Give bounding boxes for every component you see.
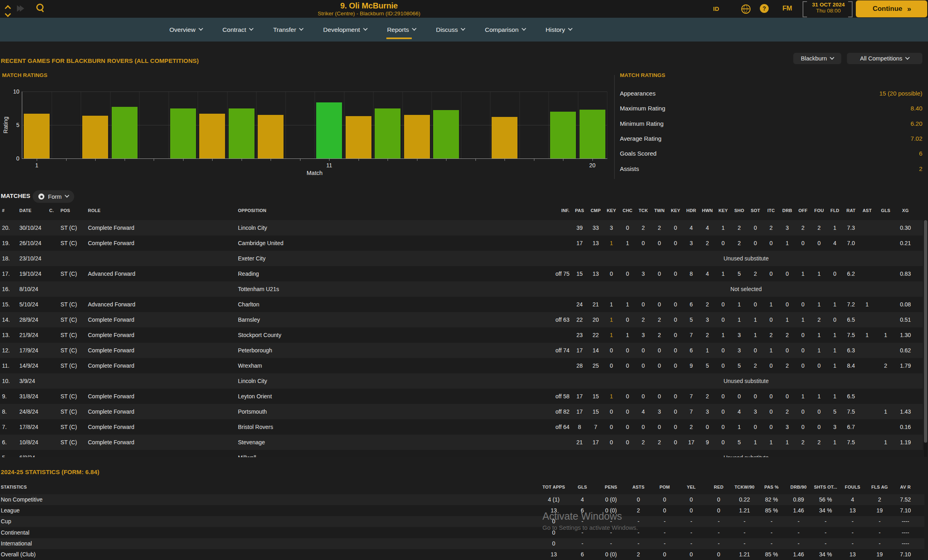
- season-column-header-fouls[interactable]: FOULS: [845, 485, 860, 489]
- season-column-header-drb90[interactable]: DRB/90: [790, 485, 807, 489]
- season-cell: 85 %: [765, 549, 778, 560]
- match-cell: Tottenham U21s: [238, 281, 279, 297]
- match-cell: 1: [817, 297, 821, 312]
- match-cell: 9: [690, 358, 693, 373]
- match-row-15[interactable]: 15.5/10/24ST (C)Advanced ForwardCharlton…: [0, 297, 923, 312]
- season-column-header-tckw90[interactable]: TCKW/90: [734, 485, 755, 489]
- help-icon[interactable]: ?: [760, 4, 769, 13]
- season-cell: 0: [663, 494, 666, 505]
- match-row-19[interactable]: 19.26/10/24ST (C)Complete ForwardCambrid…: [0, 235, 923, 251]
- column-header-drb-13[interactable]: DRB: [782, 208, 792, 213]
- season-column-header-pom[interactable]: POM: [659, 485, 670, 489]
- match-row-18[interactable]: 18.23/10/24Exeter CityUnused substitute: [0, 251, 923, 266]
- match-row-14[interactable]: 14.28/9/24ST (C)Complete ForwardBarnsley…: [0, 312, 923, 327]
- season-column-header-pas[interactable]: PAS %: [764, 485, 779, 489]
- column-header-c[interactable]: C.: [49, 208, 54, 213]
- column-header-hdr-7[interactable]: HDR: [686, 208, 696, 213]
- column-header-hwn-8[interactable]: HWN: [702, 208, 713, 213]
- column-header-sot-11[interactable]: SOT: [751, 208, 760, 213]
- column-header-inf[interactable]: INF.: [561, 208, 569, 213]
- season-column-header-yel[interactable]: YEL: [687, 485, 696, 489]
- match-cell: 1: [786, 235, 789, 251]
- match-cell: Reading: [238, 266, 259, 281]
- match-row-5[interactable]: 5.6/8/24MillwallUnused substitute: [0, 450, 923, 457]
- match-row-16[interactable]: 16.8/10/24Tottenham U21sNot selected: [0, 281, 923, 297]
- column-header-twn-5[interactable]: TWN: [654, 208, 665, 213]
- season-column-header-avr[interactable]: AV R: [900, 485, 911, 489]
- season-cell: 56 %: [819, 494, 832, 505]
- match-cell: 3: [738, 343, 741, 358]
- match-cell: 0: [674, 327, 677, 343]
- season-column-header-pens[interactable]: PENS: [605, 485, 617, 489]
- column-header-ast-18[interactable]: AST: [863, 208, 872, 213]
- column-header-pos[interactable]: POS: [60, 208, 70, 213]
- match-row-13[interactable]: 13.21/9/24ST (C)Complete ForwardStockpor…: [0, 327, 923, 343]
- match-row-12[interactable]: 12.17/9/24ST (C)Complete ForwardPeterbor…: [0, 343, 923, 358]
- column-header-xg-20[interactable]: XG: [902, 208, 909, 213]
- season-column-header-asts[interactable]: ASTS: [632, 485, 644, 489]
- season-cell: 7.52: [900, 494, 911, 505]
- match-cell: 1: [738, 312, 741, 327]
- season-column-header-gls[interactable]: GLS: [578, 485, 587, 489]
- summary-label: Assists: [620, 165, 639, 172]
- column-header-fld-16[interactable]: FLD: [830, 208, 839, 213]
- match-cell: 0: [770, 312, 773, 327]
- match-cell: 1: [770, 435, 773, 450]
- column-header-rat-17[interactable]: RAT: [847, 208, 855, 213]
- club-filter-dropdown[interactable]: Blackburn: [793, 53, 841, 64]
- match-cell: off 64: [555, 419, 569, 435]
- match-cell: Advanced Forward: [88, 297, 136, 312]
- fm-logo[interactable]: FM: [782, 4, 792, 12]
- column-header-pas-0[interactable]: PAS: [575, 208, 584, 213]
- match-row-6[interactable]: 6.10/8/24ST (C)Complete ForwardStevenage…: [0, 435, 923, 450]
- column-header-tck-4[interactable]: TCK: [638, 208, 648, 213]
- season-column-header-red[interactable]: RED: [714, 485, 724, 489]
- globe-icon[interactable]: [741, 4, 751, 14]
- column-header-opposition[interactable]: OPPOSITION: [238, 208, 266, 213]
- match-row-20[interactable]: 20.30/10/24ST (C)Complete ForwardLincoln…: [0, 220, 923, 235]
- column-header-itc-12[interactable]: ITC: [767, 208, 775, 213]
- column-header-sho-10[interactable]: SHO: [734, 208, 744, 213]
- column-header-off-14[interactable]: OFF: [799, 208, 808, 213]
- match-row-11[interactable]: 11.14/9/24ST (C)Complete ForwardWrexham2…: [0, 358, 923, 373]
- column-header-date[interactable]: DATE: [19, 208, 31, 213]
- match-row-17[interactable]: 17.19/10/24ST (C)Advanced ForwardReading…: [0, 266, 923, 281]
- season-column-header-totapps[interactable]: TOT APPS: [542, 485, 565, 489]
- match-cell: 2: [801, 435, 805, 450]
- match-cell: 1: [801, 312, 805, 327]
- match-cell: Lincoln City: [238, 373, 267, 389]
- match-row-7[interactable]: 7.17/8/24ST (C)Complete ForwardBristol R…: [0, 419, 923, 435]
- column-header-key-9[interactable]: KEY: [718, 208, 728, 213]
- match-cell: 28/9/24: [19, 312, 38, 327]
- match-cell: 1: [610, 235, 613, 251]
- column-header-key-2[interactable]: KEY: [607, 208, 616, 213]
- match-cell: 4: [690, 220, 693, 235]
- column-header-role[interactable]: ROLE: [88, 208, 100, 213]
- column-header-key-6[interactable]: KEY: [671, 208, 680, 213]
- match-cell: ST (C): [60, 389, 77, 404]
- season-cell: 0: [663, 549, 666, 560]
- match-cell: 2: [738, 220, 741, 235]
- season-column-header-flsag[interactable]: FLS AG: [871, 485, 888, 489]
- column-header-chc-3[interactable]: CHC: [623, 208, 632, 213]
- match-cell: Exeter City: [238, 251, 265, 266]
- form-view-dropdown[interactable]: Form: [33, 190, 74, 203]
- id-button[interactable]: ID: [713, 5, 719, 12]
- match-cell: 16.: [2, 281, 10, 297]
- column-header-fou-15[interactable]: FOU: [814, 208, 824, 213]
- season-cell: 0 (0): [605, 549, 617, 560]
- season-column-header-shtsot[interactable]: SHTS OT...: [814, 485, 837, 489]
- match-cell: Complete Forward: [88, 435, 134, 450]
- continue-button[interactable]: Continue »: [856, 0, 927, 17]
- competition-filter-dropdown[interactable]: All Competitions: [847, 53, 922, 64]
- column-header-gls-19[interactable]: GLS: [881, 208, 890, 213]
- rating-bar-match-19: [550, 112, 576, 158]
- rating-bar-match-11: [316, 102, 342, 158]
- column-header-[interactable]: #: [2, 208, 4, 213]
- match-cell: 20: [592, 312, 599, 327]
- match-row-9[interactable]: 9.31/8/24ST (C)Complete ForwardLeyton Or…: [0, 389, 923, 404]
- match-row-8[interactable]: 8.24/8/24ST (C)Complete ForwardPortsmout…: [0, 404, 923, 419]
- matches-scrollbar-thumb[interactable]: [924, 220, 927, 443]
- match-row-10[interactable]: 10.3/9/24Lincoln CityUnused substitute: [0, 373, 923, 389]
- column-header-cmp-1[interactable]: CMP: [590, 208, 601, 213]
